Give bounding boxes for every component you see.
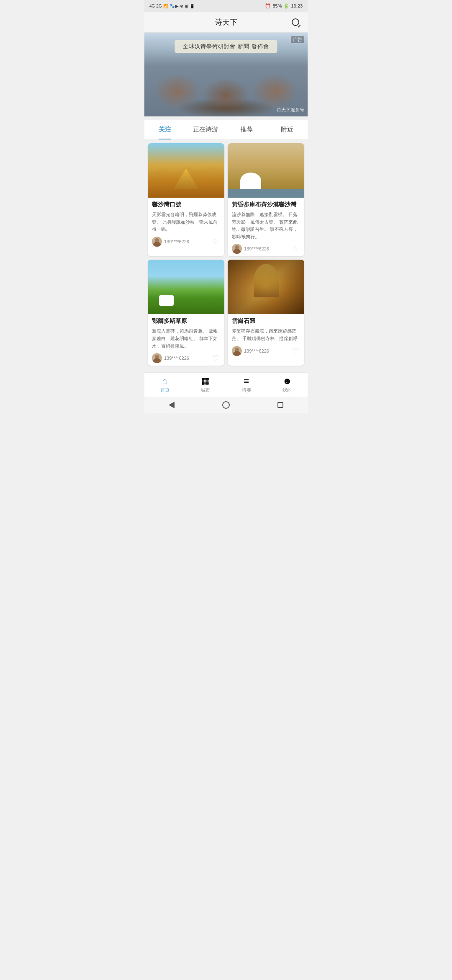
nav-contest-label: 诗赛 bbox=[242, 387, 251, 393]
nav-contest[interactable]: ≡ 诗赛 bbox=[226, 373, 267, 397]
wifi-icon: 📶 bbox=[163, 4, 168, 8]
card-4-author: 139****6226 bbox=[232, 346, 269, 356]
card-4-avatar bbox=[232, 346, 242, 356]
card-1-image bbox=[148, 143, 224, 198]
card-1-title: 響沙灣口號 bbox=[152, 201, 220, 209]
search-button[interactable] bbox=[290, 17, 301, 28]
app-icons: 🐾 ▶ ⊗ ▣ 📱 bbox=[170, 4, 195, 8]
back-icon bbox=[169, 402, 175, 408]
card-3-author-name: 139****6226 bbox=[164, 356, 189, 361]
card-3[interactable]: 鄂爾多斯草原 新涼入蒼莽，策馬踏青蔥。 廬帳參差白，雕花明暗紅。 群羊下如水，百… bbox=[148, 260, 224, 366]
card-1-body: 響沙灣口號 天影雲光各暗明，飛煙莽莽俟成聲。 此身謾說如沙粒，猶未風前得一鳴。 … bbox=[148, 198, 224, 249]
heart-icon-4: ♡ bbox=[292, 347, 299, 355]
card-2-avatar bbox=[232, 244, 242, 254]
card-4-footer: 139****6226 ♡ bbox=[232, 346, 300, 356]
tab-touring[interactable]: 正在诗游 bbox=[185, 120, 226, 139]
nav-home-label: 首页 bbox=[160, 387, 170, 393]
card-1-author: 139****6226 bbox=[152, 237, 189, 247]
bottom-nav: ⌂ 首页 ▦ 城市 ≡ 诗赛 ☻ 我的 bbox=[144, 372, 308, 397]
avatar-figure bbox=[152, 237, 162, 247]
card-1-author-name: 139****6226 bbox=[164, 239, 189, 244]
banner-ad[interactable]: 全球汉诗學術研討會 新聞 發佈會 广告 诗天下服务号 bbox=[144, 33, 308, 116]
contest-icon: ≡ bbox=[244, 377, 249, 386]
card-4-body: 雲崗石窟 斧鑿猶存石氣涼，踣來撫跡感茫茫。 千雕殘佛劍寺林，縱席創呼 139**… bbox=[228, 314, 304, 358]
card-2-footer: 139****6226 ♡ bbox=[232, 244, 300, 254]
nav-city-label: 城市 bbox=[201, 387, 210, 393]
nav-home[interactable]: ⌂ 首页 bbox=[144, 373, 185, 397]
card-3-like-button[interactable]: ♡ bbox=[211, 353, 220, 363]
recents-icon bbox=[277, 402, 283, 408]
home-icon: ⌂ bbox=[162, 377, 167, 386]
heart-icon-2: ♡ bbox=[292, 245, 299, 253]
card-2-image bbox=[228, 143, 304, 198]
system-nav-bar bbox=[144, 397, 308, 413]
status-bar: 4G 2G 📶 🐾 ▶ ⊗ ▣ 📱 ⏰ 85% 🔋 16:23 bbox=[144, 0, 308, 12]
card-1[interactable]: 響沙灣口號 天影雲光各暗明，飛煙莽莽俟成聲。 此身謾說如沙粒，猶未風前得一鳴。 … bbox=[148, 143, 224, 256]
battery-text: 85% bbox=[272, 3, 282, 8]
battery-icon: 🔋 bbox=[283, 3, 289, 9]
tab-follow[interactable]: 关注 bbox=[144, 120, 185, 139]
card-3-image bbox=[148, 260, 224, 314]
card-2-title: 黃昏步庫布齊沙漠響沙灣 bbox=[232, 201, 300, 209]
card-4[interactable]: 雲崗石窟 斧鑿猶存石氣涼，踣來撫跡感茫茫。 千雕殘佛劍寺林，縱席創呼 139**… bbox=[228, 260, 304, 366]
tab-nearby[interactable]: 附近 bbox=[267, 120, 308, 139]
card-4-author-name: 139****6226 bbox=[244, 348, 269, 353]
home-circle-icon bbox=[222, 401, 230, 409]
card-4-desc: 斧鑿猶存石氣涼，踣來撫跡感茫茫。 千雕殘佛劍寺林，縱席創呼 bbox=[232, 328, 300, 342]
page-title: 诗天下 bbox=[215, 17, 237, 27]
content-grid: 響沙灣口號 天影雲光各暗明，飛煙莽莽俟成聲。 此身謾說如沙粒，猶未風前得一鳴。 … bbox=[144, 140, 308, 369]
card-4-like-button[interactable]: ♡ bbox=[291, 346, 300, 356]
tab-recommend[interactable]: 推荐 bbox=[226, 120, 267, 139]
card-3-title: 鄂爾多斯草原 bbox=[152, 317, 220, 325]
ad-label: 广告 bbox=[291, 36, 304, 43]
card-2-author-name: 139****6226 bbox=[244, 246, 269, 251]
card-1-like-button[interactable]: ♡ bbox=[211, 237, 220, 246]
card-3-author: 139****6226 bbox=[152, 353, 189, 363]
banner-watermark: 诗天下服务号 bbox=[277, 107, 304, 113]
card-4-image bbox=[228, 260, 304, 314]
status-left: 4G 2G 📶 🐾 ▶ ⊗ ▣ 📱 bbox=[149, 4, 195, 8]
search-icon bbox=[292, 18, 299, 26]
status-right: ⏰ 85% 🔋 16:23 bbox=[265, 3, 303, 9]
banner-overlay-text: 全球汉诗學術研討會 新聞 發佈會 bbox=[175, 40, 277, 53]
clock-time: 16:23 bbox=[291, 3, 303, 8]
card-2-body: 黃昏步庫布齊沙漠響沙灣 流沙莽無際，遙接亂雲橫。 日落荒天影，風傳太古聲。 蒼茫… bbox=[228, 198, 304, 256]
card-1-desc: 天影雲光各暗明，飛煙莽莽俟成聲。 此身謾說如沙粒，猶未風前得一鳴。 bbox=[152, 211, 220, 233]
back-button[interactable] bbox=[165, 399, 178, 411]
card-4-title: 雲崗石窟 bbox=[232, 317, 300, 325]
city-icon: ▦ bbox=[201, 377, 210, 386]
nav-city[interactable]: ▦ 城市 bbox=[185, 373, 226, 397]
app-header: 诗天下 bbox=[144, 12, 308, 33]
tab-bar: 关注 正在诗游 推荐 附近 bbox=[144, 120, 308, 140]
recents-button[interactable] bbox=[274, 399, 287, 411]
signal-4g: 4G bbox=[149, 4, 155, 8]
home-button[interactable] bbox=[220, 399, 232, 411]
avatar-figure-2 bbox=[232, 244, 242, 254]
heart-icon-3: ♡ bbox=[212, 354, 219, 362]
nav-mine-label: 我的 bbox=[282, 387, 292, 393]
avatar-figure-4 bbox=[232, 346, 242, 356]
card-3-avatar bbox=[152, 353, 162, 363]
card-2-desc: 流沙莽無際，遙接亂雲橫。 日落荒天影，風傳太古聲。 蒼茫來此地，微渺證吾生。 誰… bbox=[232, 211, 300, 240]
alarm-icon: ⏰ bbox=[265, 3, 271, 9]
card-2-author: 139****6226 bbox=[232, 244, 269, 254]
card-2-like-button[interactable]: ♡ bbox=[291, 244, 300, 253]
card-3-footer: 139****6226 ♡ bbox=[152, 353, 220, 363]
card-2[interactable]: 黃昏步庫布齊沙漠響沙灣 流沙莽無際，遙接亂雲橫。 日落荒天影，風傳太古聲。 蒼茫… bbox=[228, 143, 304, 256]
signal-2g: 2G bbox=[156, 4, 162, 8]
nav-mine[interactable]: ☻ 我的 bbox=[267, 373, 308, 397]
card-3-desc: 新涼入蒼莽，策馬踏青蔥。 廬帳參差白，雕花明暗紅。 群羊下如水，百姆排陣風。 bbox=[152, 328, 220, 350]
card-3-body: 鄂爾多斯草原 新涼入蒼莽，策馬踏青蔥。 廬帳參差白，雕花明暗紅。 群羊下如水，百… bbox=[148, 314, 224, 366]
card-1-footer: 139****6226 ♡ bbox=[152, 237, 220, 247]
heart-icon: ♡ bbox=[212, 238, 219, 245]
card-1-avatar bbox=[152, 237, 162, 247]
avatar-figure-3 bbox=[152, 353, 162, 363]
mine-icon: ☻ bbox=[282, 377, 292, 386]
